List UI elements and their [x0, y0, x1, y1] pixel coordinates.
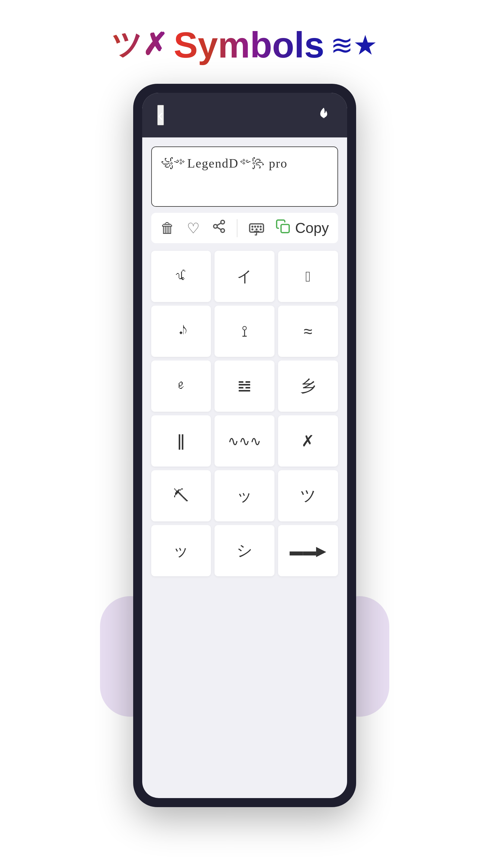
symbol-char-4: 𝆺𝅥𝅮 — [179, 323, 183, 340]
text-display: ꧁༺LegendD༻꧂ pro — [161, 156, 328, 170]
symbol-cell-4[interactable]: 𝆺𝅥𝅮 — [151, 306, 211, 357]
symbol-char-3: 𓂸 — [305, 268, 311, 285]
fire-icon — [316, 106, 332, 124]
app-title-area: ツ✗ Symbols ≋★ — [0, 0, 489, 84]
symbol-char-13: ⛏ — [173, 487, 189, 505]
svg-rect-14 — [281, 224, 289, 233]
symbol-char-15: ツ — [300, 485, 316, 506]
delete-icon[interactable]: 🗑 — [160, 220, 175, 236]
symbol-cell-18[interactable]: ▬▬▶ — [278, 525, 338, 576]
symbol-cell-13[interactable]: ⛏ — [151, 470, 211, 521]
symbol-char-18: ▬▬▶ — [290, 543, 326, 558]
toolbar-left: 🗑 ♡ — [160, 219, 226, 237]
symbol-char-6: ≈ — [304, 322, 313, 340]
symbol-char-11: ∿∿∿ — [228, 433, 261, 449]
symbol-char-1: ꪊ — [174, 269, 188, 284]
toolbar-divider — [237, 219, 237, 237]
symbol-cell-14[interactable]: ッ — [215, 470, 274, 521]
title-symbol-right: ≋★ — [330, 29, 378, 61]
symbol-char-2: イ — [237, 267, 252, 287]
symbol-cell-8[interactable]: 𝌤 — [215, 361, 274, 412]
symbol-cell-11[interactable]: ∿∿∿ — [215, 415, 274, 467]
app-title-text: Symbols — [173, 24, 324, 66]
phone-content: ꧁༺LegendD༻꧂ pro 🗑 ♡ — [142, 137, 347, 585]
symbol-cell-10[interactable]: ǁ — [151, 415, 211, 467]
symbol-char-9: 乡 — [300, 375, 316, 397]
svg-line-4 — [217, 223, 221, 225]
keyboard-icon-area[interactable] — [248, 220, 265, 236]
favorite-icon[interactable]: ♡ — [187, 220, 200, 237]
symbol-cell-1[interactable]: ꪊ — [151, 251, 211, 302]
symbol-cell-12[interactable]: ✗ — [278, 415, 338, 467]
symbol-cell-2[interactable]: イ — [215, 251, 274, 302]
share-icon[interactable] — [212, 219, 226, 237]
symbol-char-14: ッ — [236, 485, 253, 506]
copy-icon — [275, 219, 290, 237]
symbol-char-5: ⟟ — [242, 322, 247, 341]
phone-wrapper: ‹ ꧁༺LegendD༻꧂ pro 🗑 — [109, 84, 380, 807]
symbol-char-7: ꫀ — [174, 378, 188, 394]
symbol-char-17: シ — [236, 540, 253, 561]
symbol-char-8: 𝌤 — [237, 377, 252, 395]
phone-mockup: ‹ ꧁༺LegendD༻꧂ pro 🗑 — [133, 84, 356, 807]
copy-text: Copy — [295, 220, 329, 236]
symbol-cell-17[interactable]: シ — [215, 525, 274, 576]
text-input-area[interactable]: ꧁༺LegendD༻꧂ pro — [151, 147, 338, 207]
symbol-cell-7[interactable]: ꫀ — [151, 361, 211, 412]
symbol-cell-16[interactable]: ッ — [151, 525, 211, 576]
symbol-char-16: ッ — [173, 540, 189, 561]
phone-header: ‹ — [142, 93, 347, 137]
symbol-char-12: ✗ — [301, 432, 315, 450]
copy-area[interactable]: Copy — [275, 219, 329, 237]
symbol-grid: ꪊ イ 𓂸 𝆺𝅥𝅮 ⟟ ≈ — [151, 251, 338, 576]
symbol-cell-3[interactable]: 𓂸 — [278, 251, 338, 302]
symbol-cell-6[interactable]: ≈ — [278, 306, 338, 357]
svg-line-3 — [217, 227, 221, 230]
title-symbol-left: ツ✗ — [111, 25, 167, 65]
symbol-cell-15[interactable]: ツ — [278, 470, 338, 521]
toolbar: 🗑 ♡ — [151, 213, 338, 243]
back-button[interactable]: ‹ — [157, 105, 164, 125]
symbol-char-10: ǁ — [177, 432, 185, 450]
phone-screen: ‹ ꧁༺LegendD༻꧂ pro 🗑 — [142, 93, 347, 798]
symbol-cell-9[interactable]: 乡 — [278, 361, 338, 412]
symbol-cell-5[interactable]: ⟟ — [215, 306, 274, 357]
